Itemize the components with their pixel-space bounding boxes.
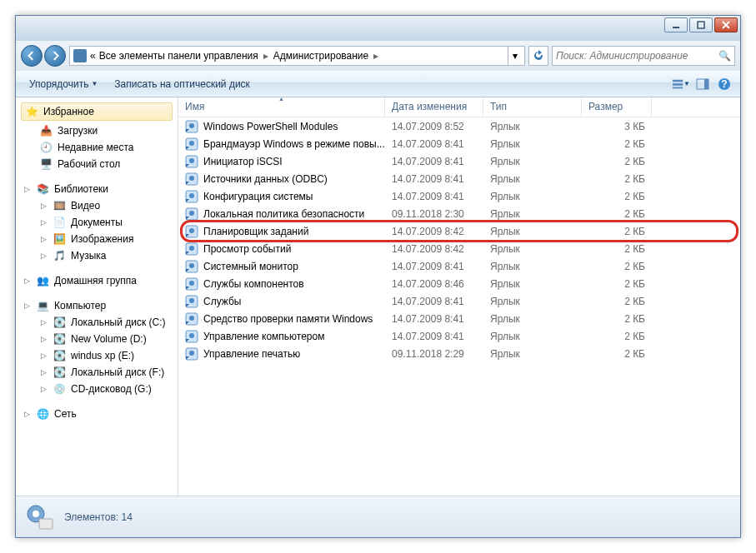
desktop-icon: 🖥️: [39, 157, 53, 171]
sidebar-item[interactable]: ▷💽New Volume (D:): [16, 331, 178, 347]
file-name-cell: Источники данных (ODBC): [178, 172, 385, 186]
maximize-button[interactable]: [689, 17, 713, 32]
svg-rect-4: [673, 87, 683, 88]
sidebar-computer-header[interactable]: ▷ 💻 Компьютер: [16, 297, 178, 314]
expand-icon[interactable]: ▷: [39, 318, 48, 326]
expand-icon[interactable]: ▷: [39, 202, 48, 210]
sidebar-item[interactable]: ▷🖼️Изображения: [16, 231, 178, 247]
file-row[interactable]: Системный монитор14.07.2009 8:41Ярлык2 К…: [178, 257, 740, 275]
sidebar-libraries-header[interactable]: ▷ 📚 Библиотеки: [16, 181, 178, 197]
file-row[interactable]: Управление печатью09.11.2018 2:29Ярлык2 …: [178, 345, 740, 362]
close-button[interactable]: [714, 17, 738, 32]
view-button[interactable]: ▼: [672, 75, 690, 93]
file-row[interactable]: Просмотр событий14.07.2009 8:42Ярлык2 КБ: [178, 240, 740, 257]
expand-icon[interactable]: ▷: [39, 235, 48, 243]
preview-pane-button[interactable]: [693, 75, 712, 93]
svg-point-30: [189, 298, 194, 303]
sidebar-libraries: ▷ 📚 Библиотеки ▷🎞️Видео▷📄Документы▷🖼️Изо…: [16, 181, 178, 264]
refresh-button[interactable]: [528, 46, 548, 66]
file-row[interactable]: Инициатор iSCSI14.07.2009 8:41Ярлык2 КБ: [178, 152, 740, 170]
expand-icon[interactable]: ▷: [39, 335, 48, 343]
shortcut-icon: [185, 137, 198, 151]
file-name-cell: Системный монитор: [178, 260, 385, 273]
breadcrumb-prefix: «: [90, 50, 96, 62]
file-date: 14.07.2009 8:42: [385, 226, 483, 237]
sidebar-item[interactable]: ▷📄Документы: [16, 214, 178, 231]
file-row[interactable]: Брандмауэр Windows в режиме повы...14.07…: [178, 135, 740, 152]
column-size[interactable]: Размер: [582, 97, 652, 117]
file-row[interactable]: Управление компьютером14.07.2009 8:41Ярл…: [178, 327, 740, 345]
shortcut-icon: [185, 242, 198, 256]
column-date[interactable]: Дата изменения: [385, 97, 483, 117]
column-type[interactable]: Тип: [483, 97, 582, 117]
help-button[interactable]: ?: [715, 75, 733, 93]
minimize-button[interactable]: [664, 17, 688, 32]
sidebar-item-label: Загрузки: [58, 125, 98, 137]
sidebar-label: Библиотеки: [54, 183, 108, 195]
breadcrumb[interactable]: « Все элементы панели управления ▸ Админ…: [69, 46, 525, 66]
svg-rect-6: [704, 79, 708, 89]
sidebar-network-header[interactable]: ▷ 🌐 Сеть: [16, 406, 178, 422]
file-name-cell: Брандмауэр Windows в режиме повы...: [178, 137, 385, 151]
network-icon: 🌐: [36, 407, 49, 421]
sidebar-item[interactable]: ▷🎵Музыка: [16, 247, 178, 264]
sidebar-item-label: Рабочий стол: [58, 158, 120, 170]
expand-icon[interactable]: ▷: [39, 351, 48, 360]
file-type: Ярлык: [483, 226, 582, 237]
sidebar-homegroup-header[interactable]: ▷ 👥 Домашняя группа: [16, 272, 178, 289]
breadcrumb-parent[interactable]: Все элементы панели управления: [99, 50, 258, 62]
expand-icon[interactable]: ▷: [39, 368, 48, 376]
expand-icon[interactable]: ▷: [39, 385, 48, 393]
file-size: 2 КБ: [582, 278, 652, 290]
file-row[interactable]: Средство проверки памяти Windows14.07.20…: [178, 310, 740, 327]
file-row[interactable]: Windows PowerShell Modules14.07.2009 8:5…: [178, 117, 740, 135]
organize-button[interactable]: Упорядочить▼: [23, 74, 104, 94]
file-name-cell: Локальная политика безопасности: [178, 207, 385, 221]
sidebar-favorites-header[interactable]: ⭐ Избранное: [21, 102, 173, 121]
file-size: 2 КБ: [582, 173, 652, 185]
sidebar-item-label: Музыка: [71, 250, 106, 262]
expand-icon[interactable]: ▷: [23, 276, 31, 285]
svg-rect-39: [39, 519, 53, 529]
file-row[interactable]: Службы14.07.2009 8:41Ярлык2 КБ: [178, 292, 740, 310]
refresh-icon: [532, 49, 545, 62]
sidebar-computer: ▷ 💻 Компьютер ▷💽Локальный диск (C:)▷💽New…: [16, 297, 178, 397]
file-date: 14.07.2009 8:41: [385, 156, 483, 167]
sidebar-item[interactable]: ▷🎞️Видео: [16, 197, 178, 214]
file-size: 2 КБ: [582, 348, 652, 360]
sidebar-item-label: Документы: [71, 217, 123, 228]
sidebar-item[interactable]: ▷💿CD-дисковод (G:): [16, 381, 178, 397]
file-row[interactable]: Источники данных (ODBC)14.07.2009 8:41Яр…: [178, 170, 740, 187]
file-name-cell: Службы: [178, 295, 385, 308]
expand-icon[interactable]: ▷: [23, 301, 31, 310]
file-type: Ярлык: [483, 261, 582, 272]
breadcrumb-dropdown[interactable]: ▾: [508, 47, 521, 65]
burn-button[interactable]: Записать на оптический диск: [108, 74, 257, 94]
expand-icon[interactable]: ▷: [39, 252, 48, 260]
file-date: 14.07.2009 8:41: [385, 138, 483, 150]
doc-icon: 📄: [53, 216, 66, 229]
details-bar: Элементов: 14: [16, 496, 740, 537]
column-name[interactable]: Имя: [178, 97, 385, 117]
expand-icon[interactable]: ▷: [23, 410, 31, 418]
file-row[interactable]: Конфигурация системы14.07.2009 8:41Ярлык…: [178, 187, 740, 205]
file-name: Службы компонентов: [203, 278, 304, 290]
homegroup-icon: 👥: [36, 274, 49, 287]
breadcrumb-current[interactable]: Администрирование: [273, 50, 368, 62]
sidebar-item[interactable]: ▷💽Локальный диск (F:): [16, 364, 178, 381]
sidebar-item[interactable]: ▷💽windus xp (E:): [16, 347, 178, 364]
sidebar-item-label: windus xp (E:): [71, 350, 134, 361]
sidebar-item[interactable]: 📥Загрузки: [16, 122, 178, 139]
search-box[interactable]: 🔍: [552, 46, 735, 66]
sidebar-item[interactable]: 🕘Недавние места: [16, 139, 178, 156]
expand-icon[interactable]: ▷: [23, 185, 31, 193]
file-row[interactable]: Планировщик заданий14.07.2009 8:42Ярлык2…: [178, 222, 740, 240]
file-row[interactable]: Локальная политика безопасности09.11.201…: [178, 205, 740, 222]
sidebar-item[interactable]: 🖥️Рабочий стол: [16, 156, 178, 172]
file-row[interactable]: Службы компонентов14.07.2009 8:46Ярлык2 …: [178, 275, 740, 292]
back-button[interactable]: [21, 45, 43, 67]
sidebar-item[interactable]: ▷💽Локальный диск (C:): [16, 314, 178, 331]
search-input[interactable]: [556, 50, 718, 62]
expand-icon[interactable]: ▷: [39, 218, 48, 227]
forward-button[interactable]: [44, 45, 66, 67]
